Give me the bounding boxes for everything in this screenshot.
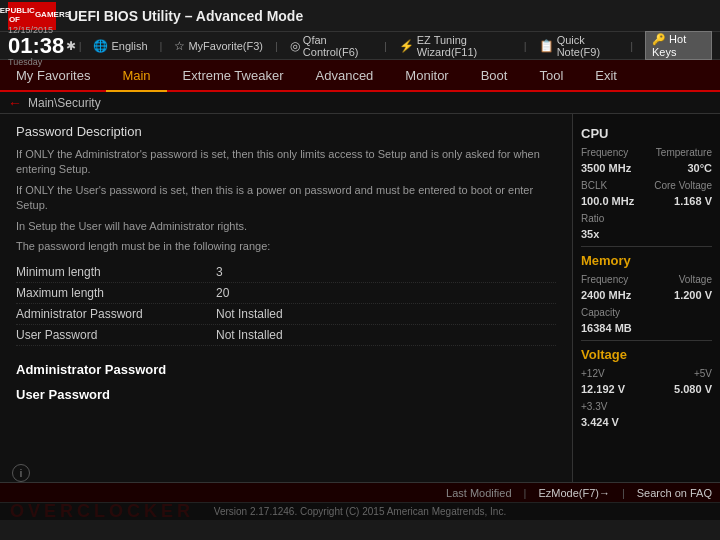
tab-boot[interactable]: Boot [465,60,524,90]
toolbar-language[interactable]: 🌐 English [93,39,147,53]
user-pw-status-value: Not Installed [216,328,283,342]
hw-cpu-title: CPU [581,126,712,141]
admin-pw-status-value: Not Installed [216,307,283,321]
table-row: User Password Not Installed [16,325,556,346]
min-length-value: 3 [216,265,223,279]
note-icon: 📋 [539,39,554,53]
hw-row: 100.0 MHz 1.168 V [581,195,712,207]
tab-favorites[interactable]: My Favorites [0,60,106,90]
hw-row: +12V +5V [581,368,712,379]
tab-extreme-tweaker[interactable]: Extreme Tweaker [167,60,300,90]
hw-bclk-label: BCLK [581,180,607,191]
hw-5v-label: +5V [694,368,712,379]
toolbar-quicknote-label: Quick Note(F9) [557,34,618,58]
hw-33v-label: +3.3V [581,401,607,412]
main-layout: Password Description If ONLY the Adminis… [0,114,720,482]
hw-12v-value: 12.192 V [581,383,625,395]
hw-cap-value: 16384 MB [581,322,632,334]
header-bar: REPUBLIC OF GAMERS UEFI BIOS Utility – A… [0,0,720,32]
info-icon[interactable]: i [12,464,30,482]
tab-tool[interactable]: Tool [523,60,579,90]
tab-main[interactable]: Main [106,60,166,92]
toolbar: 12/15/2015 01:38 ✱ Tuesday | 🌐 English |… [0,32,720,60]
toolbar-eztuning[interactable]: ⚡ EZ Tuning Wizard(F11) [399,34,512,58]
settings-icon[interactable]: ✱ [66,39,76,53]
hw-cpu-freq-block: Frequency Temperature 3500 MHz 30°C [581,147,712,174]
max-length-value: 20 [216,286,229,300]
hw-row: 3.424 V [581,416,712,428]
hw-mem-freq-label: Frequency [581,274,628,285]
hotkeys-icon: 🔑 [652,33,666,45]
desc-2: If ONLY the User's password is set, then… [16,183,556,214]
content-area: Password Description If ONLY the Adminis… [0,114,572,482]
hw-divider [581,340,712,341]
toolbar-qfan[interactable]: ◎ Qfan Control(F6) [290,34,372,58]
hardware-monitor-panel: CPU Frequency Temperature 3500 MHz 30°C … [572,114,720,482]
tab-advanced[interactable]: Advanced [300,60,390,90]
toolbar-qfan-label: Qfan Control(F6) [303,34,372,58]
hw-corevolt-value: 1.168 V [674,195,712,207]
search-faq-button[interactable]: Search on FAQ [637,487,712,499]
hw-volt-title: Voltage [581,347,712,362]
hw-freq-value: 3500 MHz [581,162,631,174]
hw-mem-title: Memory [581,253,712,268]
hw-divider [581,246,712,247]
tab-exit[interactable]: Exit [579,60,633,90]
breadcrumb: Main\Security [28,96,101,110]
back-arrow-icon[interactable]: ← [8,95,22,111]
hw-row: Frequency Voltage [581,274,712,285]
admin-password-link[interactable]: Administrator Password [16,362,556,377]
hw-mem-volt-label: Voltage [679,274,712,285]
hw-row: 3500 MHz 30°C [581,162,712,174]
hw-row: Capacity [581,307,712,318]
min-length-label: Minimum length [16,265,216,279]
copyright: Version 2.17.1246. Copyright (C) 2015 Am… [0,506,720,517]
hw-12v-label: +12V [581,368,605,379]
table-row: Minimum length 3 [16,262,556,283]
user-password-link[interactable]: User Password [16,387,556,402]
favorite-icon: ☆ [174,39,185,53]
nav-tabs: My Favorites Main Extreme Tweaker Advanc… [0,60,720,92]
toolbar-language-label: English [111,40,147,52]
hw-temp-label: Temperature [656,147,712,158]
hw-row: Frequency Temperature [581,147,712,158]
hw-12v-block: +12V +5V 12.192 V 5.080 V [581,368,712,395]
toolbar-favorite-label: MyFavorite(F3) [188,40,263,52]
hw-mem-freq-block: Frequency Voltage 2400 MHz 1.200 V [581,274,712,301]
hw-row: 12.192 V 5.080 V [581,383,712,395]
user-pw-status-label: User Password [16,328,216,342]
fan-icon: ◎ [290,39,300,53]
toolbar-eztuning-label: EZ Tuning Wizard(F11) [417,34,512,58]
hw-temp-value: 30°C [687,162,712,174]
hw-5v-value: 5.080 V [674,383,712,395]
hw-cpu-ratio-block: Ratio 35x [581,213,712,240]
ezmode-button[interactable]: EzMode(F7)→ [538,487,610,499]
sub-nav: ← Main\Security [0,92,720,114]
hw-cpu-bclk-block: BCLK Core Voltage 100.0 MHz 1.168 V [581,180,712,207]
hw-mem-freq-value: 2400 MHz [581,289,631,301]
hw-33v-value: 3.424 V [581,416,619,428]
tab-monitor[interactable]: Monitor [389,60,464,90]
header-title: UEFI BIOS Utility – Advanced Mode [68,8,303,24]
password-settings-table: Minimum length 3 Maximum length 20 Admin… [16,262,556,346]
hw-ratio-value: 35x [581,228,599,240]
hw-cap-label: Capacity [581,307,620,318]
hw-row: 16384 MB [581,322,712,334]
toolbar-quicknote[interactable]: 📋 Quick Note(F9) [539,34,618,58]
last-modified-label: Last Modified [446,487,511,499]
hw-freq-label: Frequency [581,147,628,158]
hw-mem-volt-value: 1.200 V [674,289,712,301]
admin-pw-status-label: Administrator Password [16,307,216,321]
hotkeys-button[interactable]: 🔑 Hot Keys [645,31,712,60]
hw-mem-cap-block: Capacity 16384 MB [581,307,712,334]
toolbar-myfavorite[interactable]: ☆ MyFavorite(F3) [174,39,263,53]
section-title: Password Description [16,124,556,139]
max-length-label: Maximum length [16,286,216,300]
desc-1: If ONLY the Administrator's password is … [16,147,556,178]
hw-row: Ratio [581,213,712,224]
hw-ratio-label: Ratio [581,213,604,224]
bottom-bar: OVERCLOCKER Version 2.17.1246. Copyright… [0,502,720,520]
tuning-icon: ⚡ [399,39,414,53]
toolbar-time: 01:38 [8,35,64,57]
hw-row: 35x [581,228,712,240]
